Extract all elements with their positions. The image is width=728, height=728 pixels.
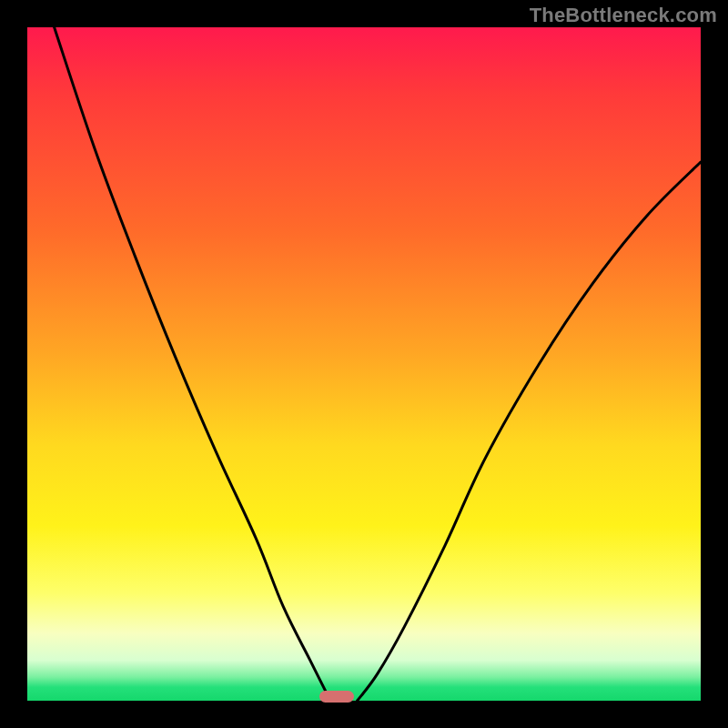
bottleneck-curve bbox=[27, 27, 701, 701]
min-marker bbox=[319, 691, 354, 703]
outer-frame: TheBottleneck.com bbox=[0, 0, 728, 728]
curve-left-branch bbox=[55, 27, 330, 701]
plot-area bbox=[27, 27, 701, 701]
curve-right-branch bbox=[358, 162, 701, 701]
watermark-text: TheBottleneck.com bbox=[530, 4, 717, 27]
